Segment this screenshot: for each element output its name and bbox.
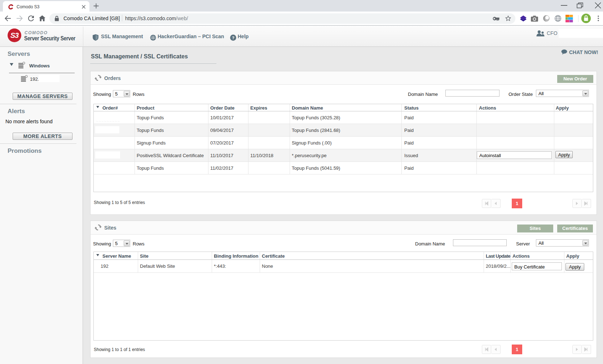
svg-text:?: ? — [232, 36, 234, 40]
